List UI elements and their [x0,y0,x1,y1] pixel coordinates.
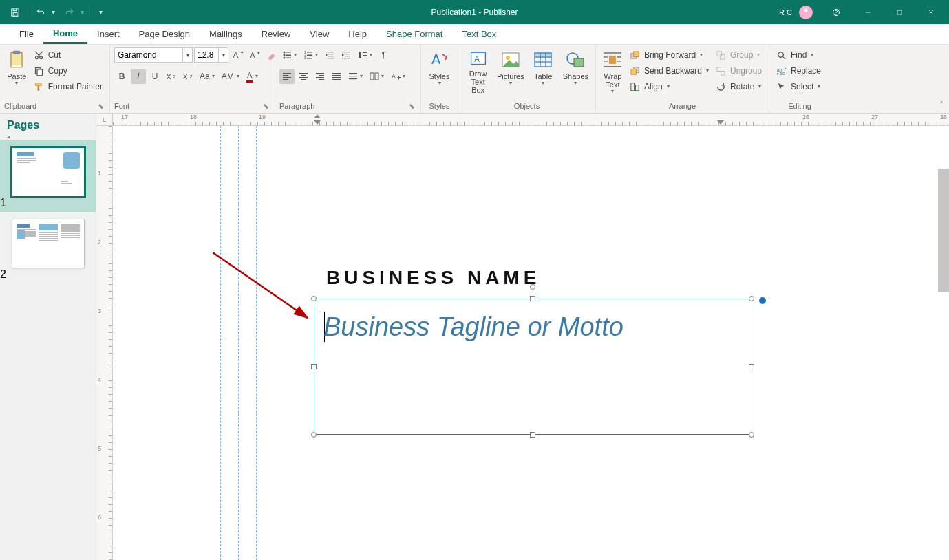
page-thumbnail-2[interactable] [12,219,85,268]
tab-shape-format[interactable]: Shape Format [376,24,452,44]
superscript-button[interactable]: x2 [180,69,195,84]
align-center-button[interactable] [296,69,311,84]
align-right-button[interactable] [312,69,328,84]
clipboard-dialog-launcher[interactable]: ⬊ [98,103,105,109]
document-canvas[interactable]: BUSINESS NAME Business Tagline or Mott [113,126,949,560]
tab-view[interactable]: View [300,24,339,44]
styles-button[interactable]: A Styles ▾ [425,47,454,96]
paste-button[interactable]: Paste ▾ [4,47,30,96]
change-case-button[interactable]: Aa ▾ [197,69,217,84]
redo-dropdown[interactable]: ▾ [81,8,87,16]
align-button[interactable]: Align ▾ [627,79,712,94]
page-thumbnail-1[interactable] [12,147,85,197]
italic-button[interactable]: I [131,69,146,84]
paragraph-dialog-launcher[interactable]: ⬊ [409,103,416,109]
line-spacing-button[interactable]: ▾ [355,47,375,63]
resize-handle-sw[interactable] [311,432,317,438]
shrink-font-button[interactable]: A▾ [248,47,263,63]
font-size-combo[interactable]: ▾ [194,47,228,63]
wrap-text-button[interactable]: Wrap Text ▾ [600,47,626,96]
replace-button[interactable]: abac Replace [774,63,824,78]
increase-indent-button[interactable] [339,47,354,63]
font-size-dropdown[interactable]: ▾ [219,47,228,63]
columns-button[interactable]: ▾ [367,69,387,84]
business-name-text[interactable]: BUSINESS NAME [326,267,540,289]
close-button[interactable] [916,0,946,24]
vertical-scrollbar[interactable] [938,169,949,513]
tab-page-design[interactable]: Page Design [129,24,200,44]
draw-text-box-button[interactable]: A Draw Text Box [462,47,493,96]
layout-options-handle[interactable] [759,297,766,304]
group-arrange-label: Arrange [669,102,696,110]
pictures-button[interactable]: Pictures ▾ [495,47,526,96]
redo-button[interactable] [61,4,78,21]
qat-customize[interactable]: ▾ [99,8,106,16]
font-size-input[interactable] [194,47,219,63]
send-backward-button[interactable]: Send Backward ▾ [627,63,712,78]
subscript-button[interactable]: x2 [164,69,179,84]
save-button[interactable] [7,4,23,21]
first-line-indent[interactable] [314,114,321,118]
resize-handle-se[interactable] [749,432,754,438]
font-name-dropdown[interactable]: ▾ [183,47,193,63]
align-left-button[interactable] [279,69,295,84]
copy-button[interactable]: Copy [31,63,105,78]
resize-handle-e[interactable] [749,364,754,369]
resize-handle-n[interactable] [530,296,535,301]
ruler-vertical[interactable]: 1 2 3 4 5 6 [96,126,113,560]
tab-review[interactable]: Review [252,24,301,44]
tab-mailings[interactable]: Mailings [200,24,252,44]
char-spacing-button[interactable]: AV▾ [219,69,242,84]
ruler-corner[interactable]: L [96,114,113,126]
font-name-input[interactable] [114,47,183,63]
font-dialog-launcher[interactable]: ⬊ [264,103,270,109]
tab-help[interactable]: Help [339,24,376,44]
resize-handle-w[interactable] [311,364,317,369]
format-painter-button[interactable]: Format Painter [31,79,105,94]
cut-button[interactable]: Cut [31,47,105,63]
tab-home[interactable]: Home [43,24,87,44]
shapes-button[interactable]: Shapes ▾ [560,47,591,96]
bullets-button[interactable]: ▾ [279,47,299,63]
resize-handle-s[interactable] [530,432,535,438]
distribute-button[interactable]: ▾ [345,69,365,84]
resize-handle-ne[interactable] [749,296,754,301]
scroll-thumb[interactable] [938,169,949,292]
resize-handle-nw[interactable] [311,296,317,301]
rotate-handle[interactable] [530,284,535,290]
grow-font-button[interactable]: A▴ [230,47,246,63]
undo-dropdown[interactable]: ▾ [52,8,58,16]
maximize-button[interactable] [884,0,915,24]
tab-text-box[interactable]: Text Box [452,24,506,44]
collapse-ribbon-button[interactable]: ˄ [939,100,943,110]
underline-button[interactable]: U [147,69,162,84]
text-direction-button[interactable]: A▾ [388,69,408,84]
undo-button[interactable] [32,4,49,21]
select-button[interactable]: Select ▾ [774,79,824,94]
group-button[interactable]: Group ▾ [713,47,765,63]
decrease-indent-button[interactable] [322,47,337,63]
minimize-button[interactable] [853,0,883,24]
ruler-tick [519,122,520,125]
selected-text-box[interactable]: Business Tagline or Motto [314,299,751,435]
tab-insert[interactable]: Insert [87,24,129,44]
ruler-horizontal[interactable]: 17 18 19 26 27 28 [113,114,949,126]
tab-file[interactable]: File [10,24,43,44]
find-button[interactable]: Find ▾ [774,47,824,63]
ungroup-button[interactable]: Ungroup [713,63,765,78]
rotate-button[interactable]: Rotate ▾ [713,79,765,94]
font-color-button[interactable]: A▾ [244,69,261,84]
ruler-h-18: 18 [190,114,197,120]
justify-button[interactable] [329,69,344,84]
table-button[interactable]: Table ▾ [528,47,559,96]
font-name-combo[interactable]: ▾ [114,47,193,63]
numbering-button[interactable]: 123▾ [301,47,321,63]
help-button[interactable] [821,0,851,24]
pages-collapse-button[interactable]: ◂ [0,133,10,140]
tagline-text[interactable]: Business Tagline or Motto [314,299,751,342]
user-avatar[interactable] [799,6,813,19]
bring-forward-button[interactable]: Bring Forward ▾ [627,47,712,63]
pilcrow-button[interactable]: ¶ [376,47,392,63]
ruler-tick [109,346,112,347]
bold-button[interactable]: B [114,69,129,84]
